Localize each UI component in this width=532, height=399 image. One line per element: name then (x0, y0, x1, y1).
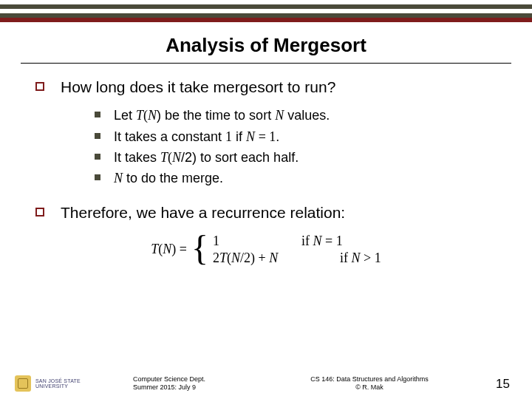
bullet-2-text: Therefore, we have a recurrence relation… (61, 202, 345, 223)
eq-lhs: T(N) = (151, 242, 187, 257)
list-item: N to do the merge. (95, 169, 497, 187)
brace-icon: { (191, 234, 208, 265)
decorative-top-bars (0, 0, 532, 22)
list-item: Let T(N) be the time to sort N values. (95, 106, 497, 124)
sub-4-text: N to do the merge. (114, 169, 223, 187)
page-title: Analysis of Mergesort (0, 34, 532, 63)
eq-case-2: 2T(N/2) + N if N > 1 (213, 250, 381, 266)
sub-bullet-icon (95, 112, 100, 117)
sub-1-text: Let T(N) be the time to sort N values. (114, 106, 330, 124)
sub-bullet-icon (95, 133, 100, 139)
university-logo: SAN JOSÉ STATE UNIVERSITY (15, 375, 133, 392)
bullet-1: How long does it take mergesort to run? (35, 77, 497, 98)
list-item: It takes T(N/2) to sort each half. (95, 149, 497, 166)
sub-2-text: It takes a constant 1 if N = 1. (114, 128, 279, 146)
eq-case-1: 1 if N = 1 (213, 233, 381, 249)
footer: SAN JOSÉ STATE UNIVERSITY Computer Scien… (0, 375, 532, 392)
bullet-1-text: How long does it take mergesort to run? (61, 77, 335, 98)
sub-bullet-icon (95, 174, 100, 180)
sub-3-text: It takes T(N/2) to sort each half. (114, 149, 299, 166)
recurrence-equation: T(N) = { 1 if N = 1 2T(N/2) + N if N > 1 (35, 233, 497, 266)
bullet-icon (35, 82, 44, 91)
sub-bullet-icon (95, 154, 100, 160)
logo-icon (15, 375, 31, 392)
footer-center: CS 146: Data Structures and Algorithms ©… (266, 375, 473, 392)
footer-left: Computer Science Dept. Summer 2015: July… (133, 375, 266, 392)
page-number: 15 (473, 377, 510, 392)
list-item: It takes a constant 1 if N = 1. (95, 128, 497, 146)
logo-text: SAN JOSÉ STATE UNIVERSITY (35, 378, 81, 389)
content-area: How long does it take mergesort to run? … (0, 64, 532, 266)
bullet-2: Therefore, we have a recurrence relation… (35, 202, 497, 223)
bullet-icon (35, 208, 44, 216)
sub-bullet-list: Let T(N) be the time to sort N values. I… (95, 106, 497, 187)
eq-cases: 1 if N = 1 2T(N/2) + N if N > 1 (213, 233, 381, 266)
